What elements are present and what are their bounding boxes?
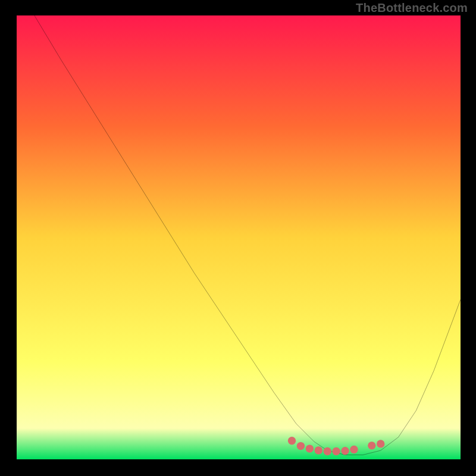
optimal-marker <box>288 437 296 444</box>
attribution-label: TheBottleneck.com <box>356 1 468 15</box>
optimal-marker <box>368 441 375 449</box>
optimal-marker <box>297 442 305 450</box>
optimal-marker <box>315 446 322 454</box>
optimal-marker <box>332 447 340 455</box>
optimal-marker <box>341 447 349 455</box>
chart-background <box>17 15 461 459</box>
optimal-marker <box>306 444 314 452</box>
chart-stage: TheBottleneck.com <box>0 0 476 476</box>
optimal-marker <box>350 446 358 453</box>
optimal-marker <box>323 447 331 455</box>
bottleneck-chart <box>17 15 461 459</box>
optimal-marker <box>377 440 384 447</box>
